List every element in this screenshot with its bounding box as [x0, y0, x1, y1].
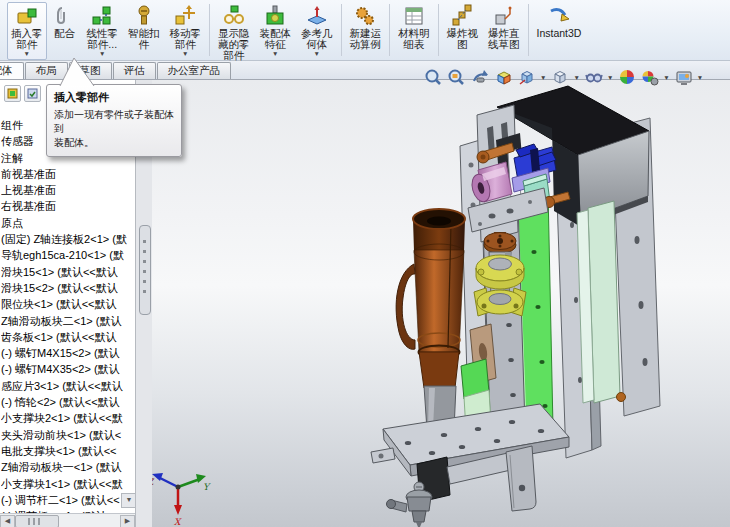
tree-item[interactable]: (-) 惰轮<2> (默认<<默认	[1, 394, 135, 410]
reference-triad: Z Y X	[152, 473, 211, 527]
tree-item[interactable]: Z轴滑动板块一<1> (默认	[1, 459, 135, 475]
tree-item[interactable]: (-) 螺钉M4X15<2> (默认	[1, 345, 135, 361]
command-manager-ribbon: 插入零 部件 ▼ 配合 线性零 部件... ▼ 智能扣 件	[0, 0, 730, 61]
assembly-features-icon	[263, 4, 287, 27]
dropdown-arrow-icon[interactable]: ▼	[663, 74, 669, 81]
display-style-icon[interactable]	[551, 68, 569, 86]
smart-fasteners-button[interactable]: 智能扣 件	[124, 2, 164, 60]
insert-component-icon	[15, 4, 39, 27]
linear-pattern-button[interactable]: 线性零 部件... ▼	[83, 2, 123, 60]
tab-assembly[interactable]: 装配体	[0, 62, 24, 79]
feature-manager-tab-icon[interactable]	[4, 85, 21, 102]
explode-line-sketch-button[interactable]: 爆炸直 线草图	[484, 2, 524, 60]
exploded-view-button[interactable]: 爆炸视 图	[443, 2, 483, 60]
tree-item[interactable]: 限位块<1> (默认<<默认	[1, 296, 135, 312]
reference-geometry-icon	[305, 4, 329, 27]
feature-tree: 组件 传感器 注解 前视基准面 上视基准面 右视基准面 原点 (固定) Z轴连接…	[1, 117, 135, 524]
tree-item[interactable]: 滑块15<2> (默认<<默认	[1, 280, 135, 296]
tree-item[interactable]: 原点	[1, 215, 135, 231]
property-manager-tab-icon[interactable]	[24, 85, 41, 102]
scroll-right-icon[interactable]: ▶	[120, 515, 135, 527]
screwdriver-body	[396, 209, 465, 388]
dropdown-arrow-icon[interactable]: ▼	[24, 51, 30, 57]
yellow-collar-upper	[476, 255, 524, 289]
tree-item[interactable]: 小支撑块2<1> (默认<<默	[1, 410, 135, 426]
tooltip: 插入零部件 添加一现有零件或子装配体到 装配体。	[46, 84, 182, 157]
instant3d-icon	[547, 4, 571, 27]
reference-geometry-button[interactable]: 参考几 何体 ▼	[297, 2, 337, 60]
dropdown-arrow-icon[interactable]: ▼	[697, 74, 703, 81]
tree-item[interactable]: 小支撑块1<1> (默认<<默	[1, 476, 135, 492]
tab-evaluate[interactable]: 评估	[113, 62, 156, 79]
view-settings-icon[interactable]	[641, 68, 659, 86]
exploded-view-icon	[450, 4, 474, 27]
dropdown-arrow-icon[interactable]: ▼	[607, 74, 613, 81]
move-component-button[interactable]: 移动零 部件 ▼	[166, 2, 206, 60]
tree-item[interactable]: 右视基准面	[1, 198, 135, 214]
triad-x-label: X	[174, 517, 182, 527]
motion-study-icon	[353, 4, 377, 27]
tree-item[interactable]: 上视基准面	[1, 182, 135, 198]
tree-item[interactable]: 夹头滑动前块<1> (默认<	[1, 427, 135, 443]
ribbon-separator	[438, 4, 439, 56]
tab-office-products[interactable]: 办公室产品	[157, 62, 232, 79]
scroll-down-icon[interactable]: ▼	[121, 493, 135, 508]
triad-z-label: Z	[152, 477, 155, 487]
yellow-collar-lower	[474, 288, 526, 316]
move-component-icon	[173, 4, 197, 27]
mate-button[interactable]: 配合	[49, 2, 81, 60]
dropdown-arrow-icon[interactable]: ▼	[272, 51, 278, 57]
dropdown-arrow-icon[interactable]: ▼	[540, 74, 546, 81]
cad-model: Z Y X	[152, 80, 730, 527]
dropdown-arrow-icon[interactable]: ▼	[573, 74, 579, 81]
tree-horizontal-scrollbar[interactable]: ◀ ▶	[0, 513, 135, 527]
heads-up-view-toolbar: ▼ ▼ ▼ ▼ ▼	[424, 66, 703, 88]
hide-show-items-icon[interactable]	[585, 68, 603, 86]
linear-pattern-icon	[90, 4, 114, 27]
graphics-viewport[interactable]: Z Y X	[152, 80, 730, 527]
tooltip-pointer	[50, 56, 110, 87]
tree-item[interactable]: (-) 调节杆二<1> (默认<<	[1, 492, 135, 508]
ribbon-separator	[528, 4, 529, 56]
dropdown-arrow-icon[interactable]: ▼	[314, 51, 320, 57]
ribbon-separator	[341, 4, 342, 56]
scrollbar-thumb[interactable]	[15, 515, 59, 527]
bill-of-materials-button[interactable]: 材料明 细表	[394, 2, 434, 60]
smart-fasteners-icon	[132, 4, 156, 27]
tree-item[interactable]: Z轴滑动板块二<1> (默认	[1, 313, 135, 329]
tree-item[interactable]: 前视基准面	[1, 166, 135, 182]
tooltip-title: 插入零部件	[54, 90, 174, 105]
tree-item[interactable]: 齿条板<1> (默认<<默认	[1, 329, 135, 345]
camera-views-icon[interactable]	[675, 68, 693, 86]
brown-knob	[484, 232, 516, 254]
zoom-to-fit-icon[interactable]	[424, 68, 442, 86]
tree-item[interactable]: (固定) Z轴连接板2<1> (默	[1, 231, 135, 247]
bom-table-icon	[402, 4, 426, 27]
explode-line-sketch-icon	[492, 4, 516, 27]
solidworks-window: 插入零 部件 ▼ 配合 线性零 部件... ▼ 智能扣 件	[0, 0, 730, 527]
new-motion-study-button[interactable]: 新建运 动算例	[346, 2, 386, 60]
triad-y-label: Y	[203, 482, 211, 492]
assembly-features-button[interactable]: 装配体 特征 ▼	[256, 2, 296, 60]
tree-item[interactable]: 导轨egh15ca-210<1> (默	[1, 247, 135, 263]
ribbon-separator	[209, 4, 210, 56]
ribbon-separator	[389, 4, 390, 56]
tree-item[interactable]: 感应片3<1> (默认<<默认	[1, 378, 135, 394]
splitter-grip[interactable]	[139, 225, 151, 315]
show-hidden-icon	[222, 4, 246, 27]
scroll-left-icon[interactable]: ◀	[0, 515, 15, 527]
tree-item[interactable]: 滑块15<1> (默认<<默认	[1, 264, 135, 280]
dropdown-arrow-icon[interactable]: ▼	[182, 51, 188, 57]
tree-item[interactable]: 电批支撑块<1> (默认<<	[1, 443, 135, 459]
previous-view-icon[interactable]	[470, 68, 490, 86]
view-orientation-icon[interactable]	[518, 68, 536, 86]
mate-paperclip-icon	[53, 4, 77, 27]
insert-components-button[interactable]: 插入零 部件 ▼	[7, 2, 47, 60]
instant3d-button[interactable]: Instant3D	[533, 2, 586, 60]
section-view-icon[interactable]	[495, 68, 513, 86]
zoom-to-area-icon[interactable]	[447, 68, 465, 86]
show-hidden-components-button[interactable]: 显示隐 藏的零 部件	[214, 2, 254, 60]
tooltip-body: 添加一现有零件或子装配体到 装配体。	[54, 108, 174, 150]
apply-scene-icon[interactable]	[618, 68, 636, 86]
tree-item[interactable]: (-) 螺钉M4X35<2> (默认	[1, 361, 135, 377]
